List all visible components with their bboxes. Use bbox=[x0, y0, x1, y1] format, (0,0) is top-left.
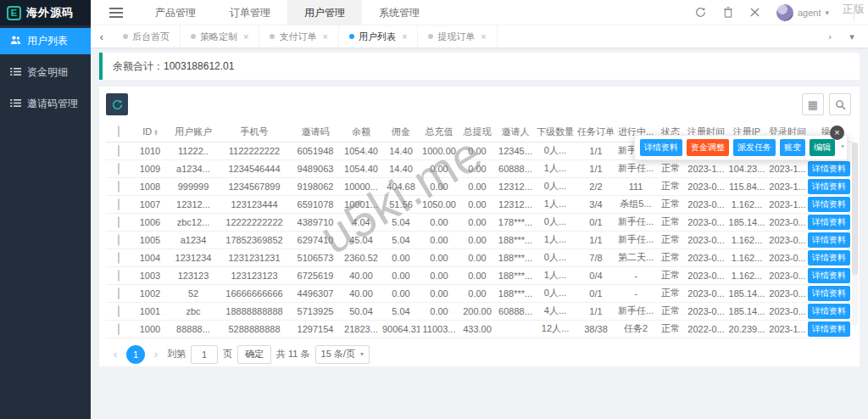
balance-summary: 余额合计： 1003188612.01 bbox=[99, 53, 860, 80]
sidebar-item-邀请码管理[interactable]: 邀请码管理 bbox=[0, 91, 91, 117]
page-size-select[interactable]: 15 条/页 ▾ bbox=[315, 345, 370, 364]
cell: 新手任... bbox=[616, 302, 655, 320]
cell: 2023-0... bbox=[767, 231, 808, 249]
row-checkbox[interactable] bbox=[118, 323, 120, 335]
cell: 新手任... bbox=[616, 231, 655, 249]
detail-button[interactable]: 详情资料 bbox=[808, 197, 850, 212]
select-all-checkbox[interactable] bbox=[118, 126, 120, 137]
popup-button-详情资料[interactable]: 详情资料 bbox=[640, 139, 682, 156]
row-checkbox[interactable] bbox=[118, 252, 120, 264]
row-checkbox[interactable] bbox=[118, 181, 120, 193]
detail-button[interactable]: 详情资料 bbox=[808, 268, 850, 283]
column-header-余额[interactable]: 余额 bbox=[340, 122, 382, 142]
column-header-佣金[interactable]: 佣金 bbox=[382, 122, 420, 142]
trash-icon[interactable] bbox=[723, 7, 733, 18]
detail-button[interactable]: 详情资料 bbox=[808, 232, 850, 248]
popup-button-账变[interactable]: 账变 bbox=[780, 139, 805, 156]
tab-策略定制[interactable]: 策略定制× bbox=[181, 25, 259, 47]
fullscreen-exit-icon[interactable] bbox=[750, 8, 760, 17]
row-checkbox[interactable] bbox=[118, 234, 120, 246]
cell: 0.00 bbox=[459, 249, 496, 266]
menu-toggle-icon[interactable] bbox=[109, 5, 123, 20]
top-menu-item-订单管理[interactable]: 订单管理 bbox=[213, 0, 287, 25]
top-menu-item-系统管理[interactable]: 系统管理 bbox=[362, 0, 437, 25]
cell: 0.00 bbox=[459, 266, 496, 284]
refresh-icon[interactable] bbox=[695, 7, 706, 18]
tab-提现订单[interactable]: 提现订单× bbox=[418, 25, 497, 47]
tabs-more-icon[interactable]: ▾ bbox=[843, 31, 861, 42]
popup-button-编辑[interactable]: 编辑 bbox=[810, 139, 835, 156]
top-menu-item-产品管理[interactable]: 产品管理 bbox=[138, 0, 213, 25]
row-checkbox[interactable] bbox=[118, 288, 120, 299]
goto-label: 到第 bbox=[167, 348, 186, 360]
goto-page-input[interactable] bbox=[191, 345, 218, 364]
cell: 新手任... bbox=[616, 213, 655, 231]
popup-button-派发任务[interactable]: 派发任务 bbox=[733, 139, 776, 156]
row-checkbox[interactable] bbox=[118, 270, 120, 282]
detail-button[interactable]: 详情资料 bbox=[808, 304, 850, 319]
tab-用户列表[interactable]: 用户列表× bbox=[339, 25, 418, 47]
column-header-下级数量[interactable]: 下级数量 bbox=[535, 122, 576, 142]
row-checkbox[interactable] bbox=[118, 216, 120, 228]
app-title: 海外源码 bbox=[26, 5, 74, 20]
detail-button[interactable]: 详情资料 bbox=[808, 250, 850, 265]
column-header-用户账户[interactable]: 用户账户 bbox=[169, 122, 218, 142]
column-header-总充值[interactable]: 总充值 bbox=[420, 122, 459, 142]
action-cell: 详情资料 bbox=[808, 249, 853, 266]
top-menu-item-用户管理[interactable]: 用户管理 bbox=[287, 0, 362, 25]
popup-button-资金调整[interactable]: 资金调整 bbox=[687, 139, 729, 156]
tab-close-icon[interactable]: × bbox=[322, 31, 327, 42]
tab-支付订单[interactable]: 支付订单× bbox=[259, 25, 338, 47]
cell: 2023-0... bbox=[686, 195, 726, 213]
cell: 1231231231 bbox=[218, 249, 291, 266]
cell: 2023-0... bbox=[686, 249, 726, 266]
cell bbox=[496, 320, 535, 338]
goto-confirm-button[interactable]: 确定 bbox=[237, 345, 271, 364]
detail-button[interactable]: 详情资料 bbox=[808, 161, 850, 176]
row-checkbox[interactable] bbox=[118, 305, 120, 317]
filter-columns-button[interactable]: ▦ bbox=[802, 93, 824, 115]
cell: 38/38 bbox=[576, 320, 616, 338]
detail-button[interactable]: 详情资料 bbox=[808, 179, 850, 194]
search-button[interactable] bbox=[829, 93, 851, 115]
user-menu[interactable]: agent ▾ bbox=[776, 4, 829, 21]
cell: 0.00 bbox=[382, 266, 420, 284]
cell: 0人... bbox=[535, 177, 576, 195]
column-header-任务订单[interactable]: 任务订单 bbox=[576, 122, 616, 142]
tabs-scroll-right-icon[interactable]: › bbox=[821, 31, 839, 42]
tabs-scroll-left-icon[interactable]: ‹ bbox=[91, 31, 113, 43]
current-page[interactable]: 1 bbox=[126, 345, 145, 364]
cell: 5713925 bbox=[291, 302, 340, 320]
tab-close-icon[interactable]: × bbox=[481, 31, 486, 42]
cell: 正常 bbox=[655, 195, 686, 213]
tab-dot-icon bbox=[191, 34, 196, 39]
table-refresh-button[interactable] bbox=[106, 93, 128, 115]
column-header-邀请码[interactable]: 邀请码 bbox=[291, 122, 340, 142]
column-header-手机号[interactable]: 手机号 bbox=[218, 122, 291, 142]
cell: 11003... bbox=[420, 320, 459, 338]
column-header-总提现[interactable]: 总提现 bbox=[459, 122, 496, 142]
tab-close-icon[interactable]: × bbox=[402, 31, 407, 42]
cell: 3/4 bbox=[576, 195, 616, 213]
detail-button[interactable]: 详情资料 bbox=[808, 286, 850, 301]
sidebar-item-资金明细[interactable]: 资金明细 bbox=[0, 59, 91, 86]
next-page-icon[interactable]: › bbox=[150, 348, 162, 360]
checkbox-cell bbox=[106, 142, 131, 159]
row-checkbox[interactable] bbox=[118, 163, 120, 175]
sort-icon[interactable]: ▴▾ bbox=[154, 129, 158, 136]
prev-page-icon[interactable]: ‹ bbox=[109, 348, 121, 360]
table-scrollbar[interactable] bbox=[852, 142, 858, 326]
row-checkbox[interactable] bbox=[118, 145, 120, 157]
tab-后台首页[interactable]: 后台首页 bbox=[113, 25, 181, 47]
cell: 20.239... bbox=[726, 320, 767, 338]
cell: 1002 bbox=[131, 284, 169, 302]
column-header-ID[interactable]: ID▴▾ bbox=[131, 122, 169, 142]
sidebar-item-用户列表[interactable]: 用户列表 bbox=[0, 28, 91, 54]
tab-close-icon[interactable]: × bbox=[243, 31, 248, 42]
column-header-邀请人[interactable]: 邀请人 bbox=[496, 122, 535, 142]
cell: 1.162... bbox=[726, 249, 767, 266]
popup-close-icon[interactable]: × bbox=[830, 126, 844, 140]
detail-button[interactable]: 详情资料 bbox=[808, 321, 850, 337]
detail-button[interactable]: 详情资料 bbox=[808, 215, 850, 230]
row-checkbox[interactable] bbox=[118, 198, 120, 210]
